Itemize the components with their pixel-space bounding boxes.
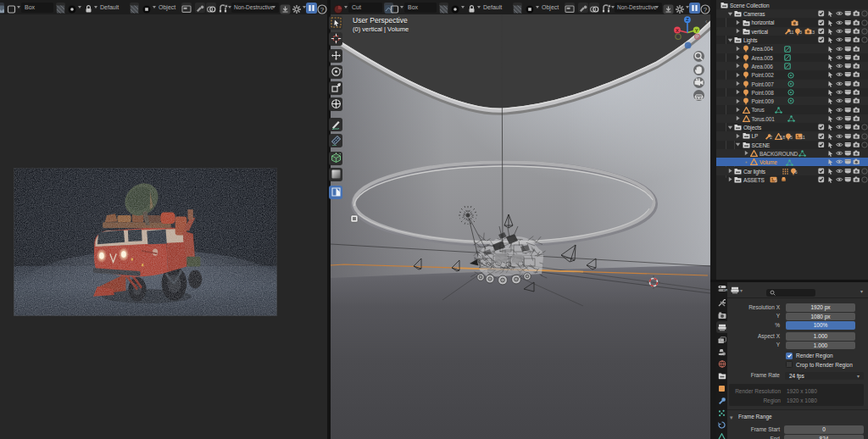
svg-text:Z: Z <box>686 17 689 22</box>
svg-text:X: X <box>676 28 679 33</box>
svg-text:?: ? <box>320 5 325 13</box>
